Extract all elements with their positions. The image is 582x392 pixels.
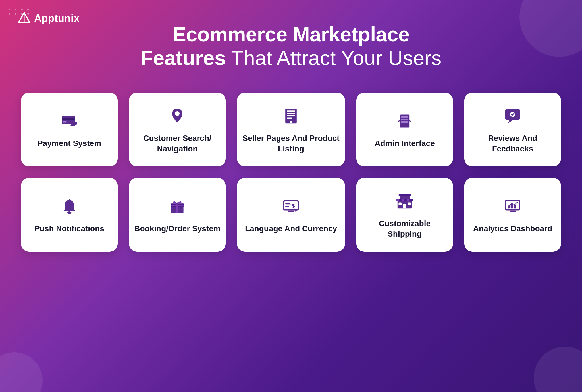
header-title-line2: Features That Attract Your Users: [0, 46, 582, 70]
svg-point-26: [176, 203, 178, 205]
svg-point-50: [517, 202, 518, 203]
location-icon: [166, 105, 189, 128]
card-reviews-feedbacks: Reviews And Feedbacks: [464, 93, 561, 166]
svg-rect-4: [63, 121, 67, 123]
svg-rect-43: [398, 194, 411, 196]
svg-rect-15: [401, 121, 408, 123]
svg-rect-36: [396, 199, 399, 201]
card-push-notifications: Push Notifications: [21, 178, 118, 252]
svg-text:$: $: [292, 203, 295, 209]
svg-text:<: <: [398, 119, 401, 124]
features-row-2: Push Notifications Booking/Order System: [23, 178, 559, 252]
card-admin-interface-label: Admin Interface: [370, 138, 439, 149]
header-bold: Features: [140, 47, 226, 69]
svg-point-11: [290, 121, 292, 123]
bell-icon: [58, 195, 81, 218]
svg-rect-42: [400, 195, 410, 199]
card-seller-pages-label: Seller Pages And Product Listing: [237, 133, 345, 154]
svg-rect-30: [285, 203, 290, 204]
svg-rect-25: [171, 205, 183, 206]
admin-icon: < >: [393, 110, 416, 133]
card-payment-label: Payment System: [33, 138, 106, 149]
card-customer-search: Customer Search/ Navigation: [129, 93, 226, 166]
svg-rect-32: [285, 206, 289, 207]
svg-rect-40: [398, 203, 402, 205]
card-push-notifications-label: Push Notifications: [30, 224, 109, 234]
svg-text:>: >: [408, 119, 411, 124]
card-analytics-dashboard: Analytics Dashboard: [464, 178, 561, 252]
language-icon: $: [280, 195, 302, 218]
payment-icon: [58, 110, 81, 133]
card-booking-order-label: Booking/Order System: [130, 224, 225, 234]
svg-rect-48: [511, 204, 513, 208]
card-language-currency-label: Language And Currency: [240, 224, 342, 234]
card-customizable-shipping: Customizable Shipping: [356, 178, 453, 252]
svg-rect-46: [510, 211, 516, 212]
analytics-icon: [501, 195, 524, 218]
svg-rect-7: [287, 110, 295, 112]
deco-circle-bottom-left: [0, 352, 43, 392]
svg-rect-24: [176, 204, 178, 213]
card-payment-system: Payment System: [21, 93, 118, 166]
card-booking-order: Booking/Order System: [129, 178, 226, 252]
svg-point-21: [67, 211, 71, 214]
card-analytics-dashboard-label: Analytics Dashboard: [469, 224, 557, 234]
svg-rect-10: [287, 118, 292, 119]
card-language-currency: $ Language And Currency: [237, 178, 345, 252]
svg-rect-9: [287, 115, 295, 117]
header-title-line1: Ecommerce Marketplace: [0, 23, 582, 46]
card-reviews-feedbacks-label: Reviews And Feedbacks: [464, 133, 561, 154]
deco-circle-bottom-right: [534, 347, 582, 392]
svg-marker-19: [508, 120, 513, 124]
features-grid: Payment System Customer Search/ Navigati…: [0, 76, 582, 269]
logo-text: Apptunix: [34, 12, 80, 24]
svg-rect-29: [288, 211, 294, 212]
svg-rect-41: [408, 203, 411, 205]
svg-point-5: [175, 111, 180, 116]
card-customer-search-label: Customer Search/ Navigation: [129, 133, 226, 154]
header-rest: That Attract Your Users: [226, 47, 442, 69]
store-icon: [393, 190, 416, 213]
card-seller-pages: Seller Pages And Product Listing: [237, 93, 345, 166]
reviews-icon: [501, 105, 524, 128]
logo-icon: [17, 11, 31, 26]
gift-icon: [166, 195, 189, 218]
card-admin-interface: < > Admin Interface: [356, 93, 453, 166]
card-customizable-shipping-label: Customizable Shipping: [356, 218, 453, 239]
svg-rect-14: [401, 119, 408, 120]
svg-rect-39: [403, 204, 406, 208]
features-row-1: Payment System Customer Search/ Navigati…: [23, 93, 559, 166]
list-icon: [280, 105, 302, 128]
svg-rect-8: [287, 113, 295, 114]
logo: Apptunix: [17, 11, 80, 26]
svg-rect-49: [514, 205, 516, 209]
svg-rect-3: [62, 118, 75, 120]
svg-rect-31: [285, 205, 292, 205]
header: Ecommerce Marketplace Features That Attr…: [0, 0, 582, 76]
svg-rect-13: [401, 116, 408, 118]
